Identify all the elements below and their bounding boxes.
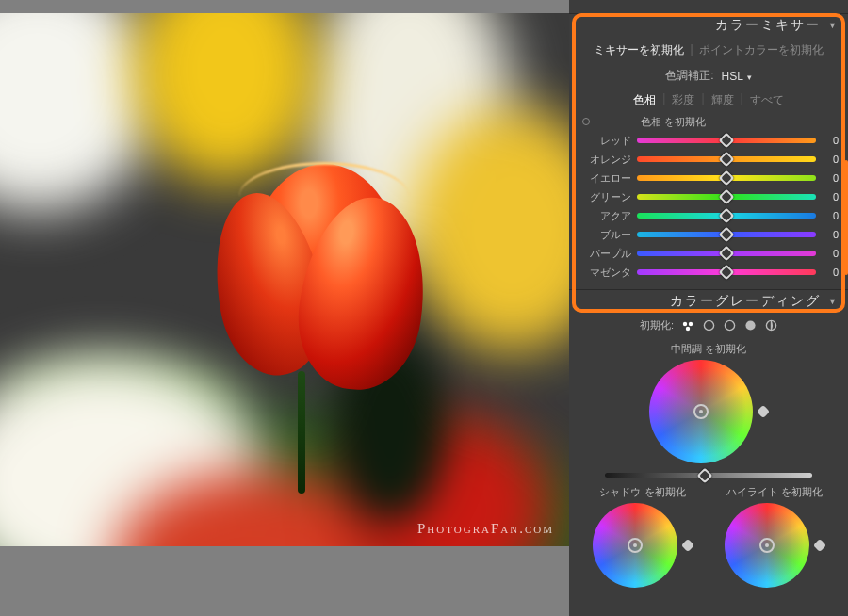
panel-header-color-grading[interactable]: カラーグレーディング ▼ [569, 290, 848, 313]
panel-title: カラーミキサー [715, 17, 821, 34]
slider-track[interactable] [637, 232, 816, 237]
slider-value[interactable]: 0 [822, 154, 839, 165]
panel-title: カラーグレーディング [670, 293, 821, 310]
panel-color-mixer: カラーミキサー ▼ ミキサーを初期化 | ポイントカラーを初期化 色調補正: H… [569, 13, 848, 289]
hue-slider-4: アクア0 [579, 206, 839, 225]
reset-point-color-button[interactable]: ポイントカラーを初期化 [699, 42, 824, 58]
slider-thumb[interactable] [719, 246, 735, 262]
hue-slider-2: イエロー0 [579, 169, 839, 187]
watermark: PhotograFan.com [417, 521, 554, 537]
slider-label: アクア [579, 209, 631, 223]
slider-track[interactable] [637, 194, 816, 200]
slider-track[interactable] [637, 156, 816, 162]
slider-value[interactable]: 0 [822, 210, 839, 221]
slider-label: ブルー [579, 228, 631, 242]
hue-slider-5: ブルー0 [579, 225, 839, 244]
tulip-flower [217, 164, 415, 409]
reset-mixer-button[interactable]: ミキサーを初期化 [594, 42, 684, 58]
tab-saturation[interactable]: 彩度 [668, 91, 698, 109]
slider-value[interactable]: 0 [822, 172, 839, 184]
highlight-color-wheel[interactable] [725, 503, 809, 588]
adjustment-mode-select[interactable]: HSL▾ [722, 70, 752, 83]
tab-all[interactable]: すべて [746, 91, 788, 109]
slider-thumb[interactable] [719, 227, 735, 243]
svg-point-1 [689, 321, 693, 325]
slider-track[interactable] [637, 213, 816, 219]
slider-value[interactable]: 0 [822, 248, 839, 259]
svg-point-2 [686, 326, 690, 330]
slider-value[interactable]: 0 [822, 267, 839, 278]
slider-thumb[interactable] [719, 189, 735, 205]
slider-label: レッド [579, 134, 631, 148]
hsl-tabs: 色相| 彩度| 輝度| すべて [569, 88, 848, 111]
chevron-down-icon: ▼ [828, 297, 839, 306]
slider-thumb[interactable] [719, 170, 735, 186]
view-midtone-icon[interactable] [723, 319, 736, 332]
slider-value[interactable]: 0 [822, 229, 839, 240]
image-preview[interactable]: PhotograFan.com [0, 13, 569, 546]
blend-slider[interactable] [605, 473, 812, 478]
shadow-reset-label[interactable]: シャドウ を初期化 [577, 485, 709, 499]
midtone-reset-label[interactable]: 中間調 を初期化 [577, 342, 840, 356]
shadow-luminance-knob[interactable] [681, 539, 694, 552]
targeted-adjustment-icon[interactable] [582, 118, 590, 125]
svg-point-5 [745, 320, 755, 330]
svg-point-4 [725, 320, 734, 330]
tab-luminance[interactable]: 輝度 [708, 91, 738, 109]
slider-label: マゼンタ [579, 266, 631, 280]
slider-track[interactable] [637, 269, 816, 275]
adjustment-mode-label: 色調補正: [665, 68, 713, 84]
hue-sliders: レッド0オレンジ0イエロー0グリーン0アクア0ブルー0パープル0マゼンタ0 [569, 131, 848, 289]
slider-label: パープル [579, 247, 631, 261]
view-shadow-icon[interactable] [702, 319, 715, 332]
hue-slider-1: オレンジ0 [579, 150, 839, 169]
slider-value[interactable]: 0 [822, 135, 839, 146]
midtone-luminance-knob[interactable] [757, 405, 770, 418]
slider-label: オレンジ [579, 153, 631, 167]
highlight-reset-label[interactable]: ハイライト を初期化 [709, 485, 840, 499]
slider-track[interactable] [637, 175, 816, 181]
slider-label: イエロー [579, 171, 631, 186]
slider-label: グリーン [579, 190, 631, 204]
hue-slider-0: レッド0 [579, 131, 839, 150]
separator: | [690, 42, 693, 58]
slider-thumb[interactable] [719, 265, 735, 281]
slider-track[interactable] [637, 138, 816, 143]
develop-sidebar: カラーミキサー ▼ ミキサーを初期化 | ポイントカラーを初期化 色調補正: H… [569, 0, 848, 616]
hue-reset-label[interactable]: 色相 を初期化 [569, 115, 848, 129]
slider-thumb[interactable] [719, 152, 735, 168]
view-global-icon[interactable] [764, 319, 777, 332]
slider-track[interactable] [637, 251, 816, 256]
midtone-color-wheel[interactable] [649, 360, 753, 463]
init-label: 初期化: [640, 318, 674, 332]
slider-thumb[interactable] [719, 208, 735, 224]
chevron-down-icon: ▼ [828, 21, 839, 30]
svg-point-3 [704, 320, 713, 330]
shadow-color-wheel[interactable] [593, 503, 677, 588]
hue-slider-6: パープル0 [579, 244, 839, 263]
panel-header-color-mixer[interactable]: カラーミキサー ▼ [569, 14, 848, 37]
view-3way-icon[interactable] [681, 319, 694, 332]
tab-hue[interactable]: 色相 [629, 91, 660, 109]
panel-accent [844, 160, 848, 275]
slider-value[interactable]: 0 [822, 191, 839, 203]
hue-slider-3: グリーン0 [579, 187, 839, 206]
hue-slider-7: マゼンタ0 [579, 263, 839, 282]
panel-color-grading: カラーグレーディング ▼ 初期化: 中間調 を初期化 [569, 289, 848, 597]
highlight-luminance-knob[interactable] [813, 539, 826, 552]
view-highlight-icon[interactable] [743, 319, 757, 332]
svg-point-0 [683, 321, 687, 325]
slider-thumb[interactable] [719, 133, 735, 149]
